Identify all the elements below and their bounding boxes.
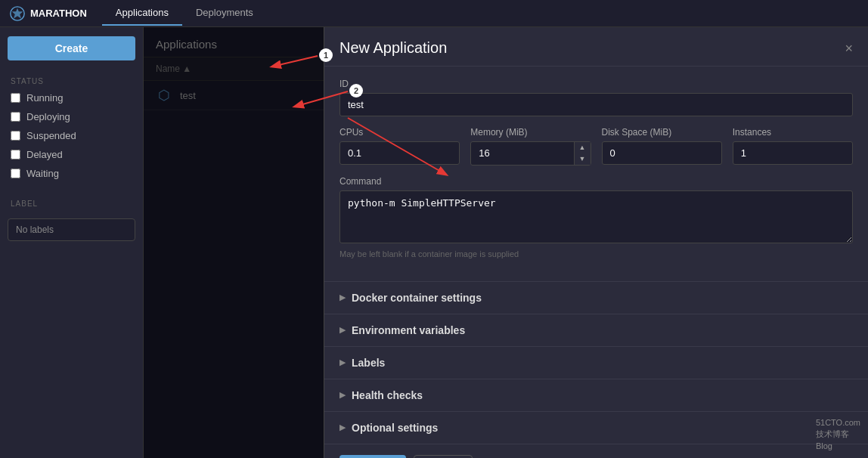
status-section-label: STATUS <box>0 73 143 88</box>
instances-input[interactable] <box>733 141 853 165</box>
modal-body: ID CPUs Memory (MiB) <box>324 67 868 281</box>
resource-row: CPUs Memory (MiB) ▲ ▼ <box>339 127 853 166</box>
waiting-label: Waiting <box>26 168 59 179</box>
sidebar-item-suspended[interactable]: Suspended <box>0 126 143 145</box>
nav-tab-applications[interactable]: Applications <box>102 1 182 26</box>
env-vars-section[interactable]: ▶ Environment variables <box>324 314 868 346</box>
memory-spinner-buttons: ▲ ▼ <box>574 142 591 165</box>
modal-footer: + Create Cancel <box>324 444 868 458</box>
modal-overlay: New Application × ID CPUs <box>144 27 868 458</box>
create-button[interactable]: Create <box>8 36 135 60</box>
docker-settings-label: Docker container settings <box>352 292 482 304</box>
command-hint: May be left blank if a container image i… <box>339 249 853 258</box>
memory-input[interactable] <box>471 142 573 164</box>
cpus-label: CPUs <box>339 127 460 138</box>
command-group: Command python-m SimpleHTTPServer May be… <box>339 176 853 258</box>
modal-header: New Application × <box>324 27 868 67</box>
docker-chevron-icon: ▶ <box>339 292 346 302</box>
content-area: Applications Name ▲ ⬡ test 1 2 <box>144 27 868 458</box>
env-chevron-icon: ▶ <box>339 325 346 335</box>
cpus-group: CPUs <box>339 127 460 166</box>
no-labels-button[interactable]: No labels <box>8 218 135 241</box>
labels-section[interactable]: ▶ Labels <box>324 346 868 379</box>
logo-text: MARATHON <box>30 8 87 19</box>
optional-settings-label: Optional settings <box>352 422 438 434</box>
deploying-checkbox[interactable] <box>11 112 20 122</box>
disk-input[interactable] <box>602 141 722 165</box>
nav-tab-deployments[interactable]: Deployments <box>182 1 267 26</box>
disk-group: Disk Space (MiB) <box>602 127 722 166</box>
running-checkbox[interactable] <box>11 93 20 103</box>
id-input[interactable] <box>339 93 853 116</box>
command-textarea[interactable]: python-m SimpleHTTPServer <box>339 190 853 243</box>
logo-icon <box>9 5 26 22</box>
modal-title: New Application <box>339 39 447 57</box>
memory-decrement-button[interactable]: ▼ <box>575 153 591 165</box>
delayed-checkbox[interactable] <box>11 150 20 159</box>
sidebar-item-waiting[interactable]: Waiting <box>0 164 143 183</box>
cpus-input[interactable] <box>339 141 460 165</box>
main-layout: Create STATUS Running Deploying Suspende… <box>0 27 868 458</box>
sidebar: Create STATUS Running Deploying Suspende… <box>0 27 144 458</box>
waiting-checkbox[interactable] <box>11 169 20 178</box>
labels-label: Labels <box>352 357 385 369</box>
memory-label: Memory (MiB) <box>470 127 591 138</box>
env-vars-label: Environment variables <box>352 324 465 336</box>
disk-label: Disk Space (MiB) <box>602 127 722 138</box>
suspended-checkbox[interactable] <box>11 131 20 141</box>
instances-group: Instances <box>733 127 853 166</box>
modal-cancel-button[interactable]: Cancel <box>414 455 473 458</box>
svg-marker-1 <box>12 8 23 18</box>
deploying-label: Deploying <box>26 111 70 122</box>
id-label: ID <box>339 79 853 89</box>
suspended-label: Suspended <box>26 130 76 141</box>
nav-tabs: Applications Deployments <box>102 1 267 26</box>
sidebar-item-running[interactable]: Running <box>0 88 143 107</box>
sidebar-item-delayed[interactable]: Delayed <box>0 145 143 164</box>
labels-chevron-icon: ▶ <box>339 357 346 367</box>
modal-create-button[interactable]: + Create <box>339 455 406 458</box>
id-field-group: ID <box>339 79 853 116</box>
label-section-label: LABEL <box>0 195 143 211</box>
modal-close-button[interactable]: × <box>845 42 853 55</box>
optional-chevron-icon: ▶ <box>339 422 346 432</box>
health-chevron-icon: ▶ <box>339 390 346 400</box>
logo: MARATHON <box>9 5 87 22</box>
memory-group: Memory (MiB) ▲ ▼ <box>470 127 591 166</box>
instances-label: Instances <box>733 127 853 138</box>
optional-settings-section[interactable]: ▶ Optional settings <box>324 411 868 444</box>
docker-settings-section[interactable]: ▶ Docker container settings <box>324 281 868 314</box>
memory-increment-button[interactable]: ▲ <box>575 142 591 153</box>
sidebar-item-deploying[interactable]: Deploying <box>0 107 143 126</box>
running-label: Running <box>26 92 63 104</box>
modal-dialog: New Application × ID CPUs <box>324 27 868 458</box>
top-nav: MARATHON Applications Deployments <box>0 0 868 27</box>
command-label: Command <box>339 176 853 187</box>
memory-spinner: ▲ ▼ <box>470 141 591 166</box>
health-checks-label: Health checks <box>352 389 423 401</box>
delayed-label: Delayed <box>26 149 63 160</box>
health-checks-section[interactable]: ▶ Health checks <box>324 379 868 411</box>
